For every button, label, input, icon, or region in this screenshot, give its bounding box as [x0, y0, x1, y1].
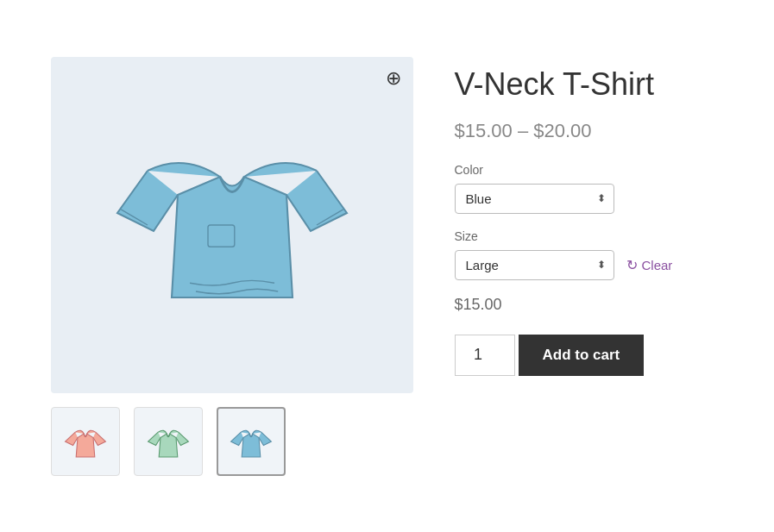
- clear-button[interactable]: ↻ Clear: [626, 257, 673, 273]
- size-row: Small Medium Large X-Large ↻ Clear: [455, 250, 724, 280]
- main-image-container: ⊕: [51, 57, 413, 393]
- size-select-wrapper: Small Medium Large X-Large: [455, 250, 614, 280]
- product-page: ⊕: [16, 22, 758, 510]
- thumbnail-green-image: [145, 418, 192, 465]
- product-details-column: V-Neck T-Shirt $15.00 – $20.00 Color Blu…: [455, 57, 724, 376]
- add-to-cart-button[interactable]: Add to cart: [519, 335, 645, 376]
- thumbnail-green[interactable]: [134, 407, 203, 476]
- clear-label: Clear: [642, 258, 673, 272]
- color-label: Color: [455, 163, 724, 177]
- add-to-cart-row: Add to cart: [455, 335, 724, 376]
- thumbnail-blue-image: [228, 418, 274, 465]
- product-images-column: ⊕: [51, 57, 413, 476]
- color-option-group: Color Blue Pink Green: [455, 163, 724, 214]
- selected-price: $15.00: [455, 296, 724, 314]
- price-range: $15.00 – $20.00: [455, 120, 724, 142]
- quantity-input[interactable]: [455, 335, 515, 376]
- size-select[interactable]: Small Medium Large X-Large: [455, 250, 614, 280]
- thumbnail-blue[interactable]: [217, 407, 286, 476]
- thumbnail-list: [51, 407, 413, 476]
- color-select[interactable]: Blue Pink Green: [455, 184, 614, 214]
- zoom-icon[interactable]: ⊕: [386, 67, 401, 90]
- thumbnail-pink-image: [62, 418, 109, 465]
- product-title: V-Neck T-Shirt: [455, 66, 724, 103]
- refresh-icon: ↻: [626, 257, 638, 273]
- size-label: Size: [455, 229, 724, 243]
- thumbnail-pink[interactable]: [51, 407, 120, 476]
- size-option-group: Size Small Medium Large X-Large ↻ Clear: [455, 229, 724, 280]
- color-select-wrapper: Blue Pink Green: [455, 184, 614, 214]
- main-product-image: [111, 104, 353, 346]
